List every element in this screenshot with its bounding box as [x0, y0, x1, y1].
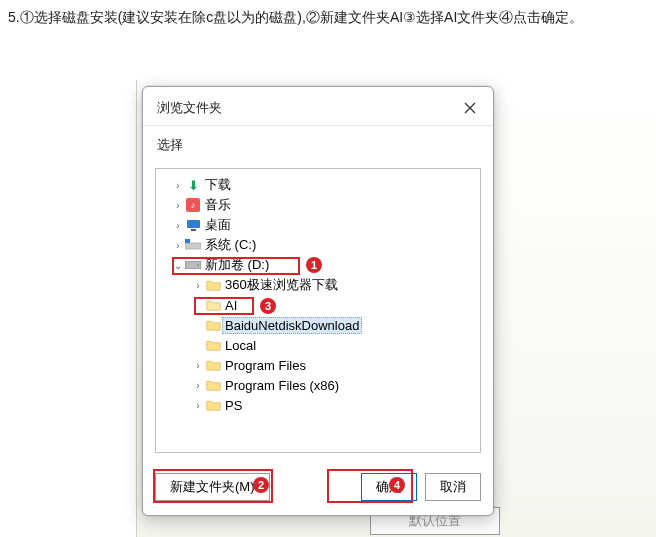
callout-badge-3: 3	[260, 298, 276, 314]
chevron-icon[interactable]: ›	[192, 380, 204, 391]
folder-icon	[204, 379, 222, 391]
chevron-icon[interactable]: ›	[172, 180, 184, 191]
chevron-icon[interactable]: ›	[192, 360, 204, 371]
tree-item-label: 下载	[202, 175, 234, 195]
tree-item[interactable]: ›系统 (C:)	[156, 235, 480, 255]
dialog-prompt: 选择	[143, 126, 493, 162]
tree-item-label: Program Files (x86)	[222, 377, 342, 394]
folder-tree[interactable]: ›⬇下载›♪音乐›桌面›系统 (C:)⌄新加卷 (D:)›360极速浏览器下载A…	[155, 168, 481, 453]
cancel-button[interactable]: 取消	[425, 473, 481, 501]
tree-item[interactable]: ›Program Files	[156, 355, 480, 375]
sysdrive-icon	[184, 239, 202, 251]
tree-item[interactable]: ›♪音乐	[156, 195, 480, 215]
callout-badge-1: 1	[306, 257, 322, 273]
tree-item-label: 音乐	[202, 195, 234, 215]
svg-rect-5	[185, 239, 190, 243]
chevron-icon[interactable]: ›	[192, 400, 204, 411]
browse-folder-dialog: 浏览文件夹 选择 ›⬇下载›♪音乐›桌面›系统 (C:)⌄新加卷 (D:)›36…	[142, 86, 494, 516]
callout-badge-2: 2	[253, 477, 269, 493]
tree-item[interactable]: ›Program Files (x86)	[156, 375, 480, 395]
tree-item[interactable]: ›PS	[156, 395, 480, 415]
dialog-title: 浏览文件夹	[157, 99, 459, 117]
instruction-text: 5.①选择磁盘安装(建议安装在除c盘以为的磁盘),②新建文件夹AI③选择AI文件…	[0, 0, 656, 30]
tree-item-label: 360极速浏览器下载	[222, 275, 341, 295]
chevron-icon[interactable]: ›	[192, 280, 204, 291]
tree-item-label: 系统 (C:)	[202, 235, 259, 255]
download-icon: ⬇	[184, 178, 202, 193]
tree-item[interactable]: ›⬇下载	[156, 175, 480, 195]
tree-item-label: BaiduNetdiskDownload	[222, 317, 362, 334]
tree-item[interactable]: ›桌面	[156, 215, 480, 235]
music-icon: ♪	[184, 198, 202, 212]
callout-badge-4: 4	[389, 477, 405, 493]
svg-text:♪: ♪	[191, 200, 196, 210]
chevron-icon[interactable]: ›	[172, 220, 184, 231]
tree-item-label: Local	[222, 337, 259, 354]
desktop-icon	[184, 219, 202, 231]
chevron-icon[interactable]: ›	[172, 200, 184, 211]
close-icon[interactable]	[459, 97, 481, 119]
folder-icon	[204, 339, 222, 351]
svg-rect-3	[191, 229, 196, 231]
folder-icon	[204, 319, 222, 331]
svg-rect-2	[187, 220, 200, 228]
tree-item[interactable]: BaiduNetdiskDownload	[156, 315, 480, 335]
dialog-titlebar: 浏览文件夹	[143, 87, 493, 126]
tree-item-label: Program Files	[222, 357, 309, 374]
chevron-icon[interactable]: ›	[172, 240, 184, 251]
folder-icon	[204, 399, 222, 411]
dialog-button-bar: 新建文件夹(M) 确定 取消 2 4	[143, 461, 493, 515]
tree-item-label: PS	[222, 397, 245, 414]
tree-item-label: 桌面	[202, 215, 234, 235]
callout-box-3	[194, 297, 254, 315]
tree-item[interactable]: Local	[156, 335, 480, 355]
folder-icon	[204, 359, 222, 371]
callout-box-1	[172, 257, 300, 275]
svg-rect-4	[185, 243, 201, 249]
tree-item[interactable]: ›360极速浏览器下载	[156, 275, 480, 295]
folder-icon	[204, 279, 222, 291]
